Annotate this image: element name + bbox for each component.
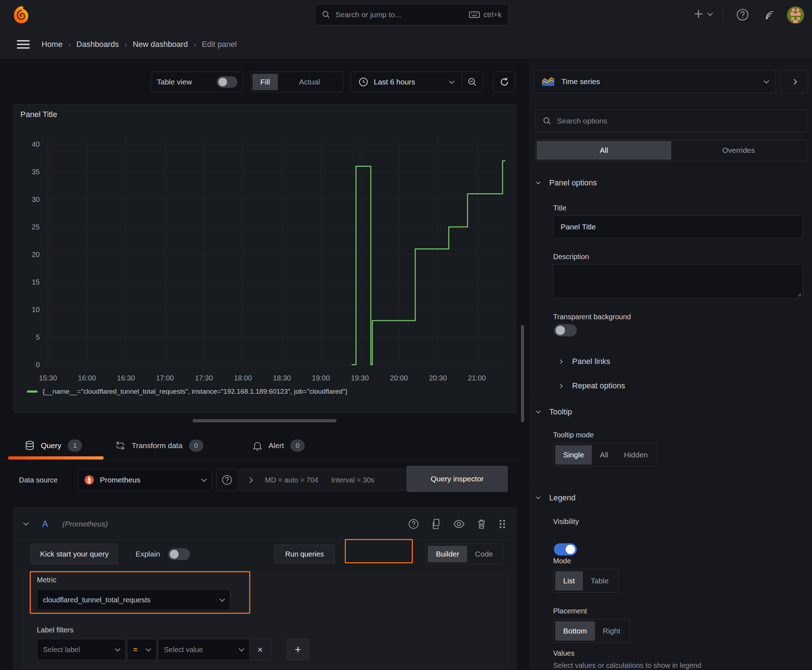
refresh-icon <box>500 77 509 87</box>
zoom-out-button[interactable] <box>462 72 483 92</box>
tab-overrides[interactable]: Overrides <box>671 141 806 160</box>
duplicate-query-icon[interactable] <box>431 519 441 530</box>
options-search-input[interactable]: Search options <box>535 110 807 132</box>
collapse-query-icon[interactable] <box>23 520 29 526</box>
breadcrumb-home[interactable]: Home <box>42 40 63 49</box>
title-input[interactable]: Panel Title <box>553 215 803 239</box>
svg-text:15:30: 15:30 <box>39 374 57 382</box>
query-help-icon[interactable] <box>408 519 419 530</box>
menu-icon[interactable] <box>17 39 30 50</box>
svg-text:25: 25 <box>32 223 40 231</box>
kick-start-button[interactable]: Kick start your query <box>31 544 118 564</box>
datasource-help-button[interactable] <box>216 469 238 491</box>
builder-option[interactable]: Builder <box>428 546 467 562</box>
tooltip-hidden-option[interactable]: Hidden <box>616 445 656 465</box>
search-placeholder: Search or jump to... <box>336 10 401 19</box>
legend-list-option[interactable]: List <box>555 571 583 590</box>
transparent-bg-toggle[interactable] <box>554 324 577 337</box>
delete-query-icon[interactable] <box>477 519 486 530</box>
table-view-toggle[interactable] <box>217 76 237 88</box>
news-rss-button[interactable] <box>763 8 776 22</box>
scrollbar-thumb[interactable] <box>521 325 524 422</box>
avatar[interactable] <box>787 7 804 24</box>
legend-header[interactable]: Legend <box>537 493 575 503</box>
placement-bottom-option[interactable]: Bottom <box>555 621 595 641</box>
tab-transform-data[interactable]: Transform data 0 <box>115 431 203 460</box>
tab-query[interactable]: Query 1 <box>25 431 82 460</box>
breadcrumb-new-dashboard[interactable]: New dashboard <box>133 40 188 49</box>
add-filter-button[interactable]: + <box>287 639 309 660</box>
time-range-control: Last 6 hours <box>351 71 483 92</box>
legend-visibility-toggle[interactable] <box>554 543 577 555</box>
remove-filter-button[interactable]: × <box>249 639 271 660</box>
select-value-dropdown[interactable]: Select value <box>158 639 249 660</box>
help-icon <box>222 475 232 485</box>
breadcrumb-edit-panel: Edit panel <box>202 40 237 49</box>
search-icon <box>543 117 551 125</box>
code-option[interactable]: Code <box>467 546 501 562</box>
tooltip-header[interactable]: Tooltip <box>537 407 572 416</box>
operator-dropdown[interactable]: = <box>127 639 156 660</box>
query-toolbar: Kick start your query Explain Run querie… <box>31 544 503 564</box>
tab-transform-label: Transform data <box>132 441 183 450</box>
tab-alert[interactable]: Alert 0 <box>253 431 305 460</box>
editor-tabs: Query 1 Transform data 0 Alert 0 <box>0 431 524 460</box>
breadcrumb-dashboards[interactable]: Dashboards <box>76 40 119 49</box>
placement-right-option[interactable]: Right <box>595 621 628 641</box>
tab-all[interactable]: All <box>537 141 671 160</box>
new-button[interactable] <box>693 8 712 19</box>
tooltip-single-option[interactable]: Single <box>555 445 592 465</box>
description-textarea[interactable] <box>553 264 803 298</box>
hide-query-icon[interactable] <box>453 519 465 529</box>
tab-query-label: Query <box>41 441 61 450</box>
svg-text:19:30: 19:30 <box>351 374 369 382</box>
fill-actual-switch: Fill Actual <box>250 71 343 92</box>
svg-text:16:30: 16:30 <box>117 374 135 382</box>
query-options-strip[interactable]: MD = auto = 704 Interval = 30s <box>239 469 435 491</box>
chevron-down-icon <box>115 646 120 651</box>
toggle-viz-pane-button[interactable] <box>780 70 808 93</box>
viz-panel: Panel Title 051015202530354015:3016:0016… <box>14 104 517 413</box>
datasource-picker[interactable]: Prometheus <box>78 469 212 491</box>
label-filter-row: Select label = Select value × + <box>37 639 309 660</box>
time-series-chart[interactable]: 051015202530354015:3016:0016:3017:0017:3… <box>14 126 517 392</box>
drag-handle-icon[interactable] <box>498 519 506 530</box>
panel-options-header[interactable]: Panel options <box>537 178 597 188</box>
help-button[interactable] <box>736 8 749 21</box>
panel-resize-handle[interactable] <box>193 419 337 422</box>
time-range-picker[interactable]: Last 6 hours <box>351 72 461 92</box>
select-label-dropdown[interactable]: Select label <box>37 639 125 660</box>
visualization-picker[interactable]: Time series <box>534 70 776 93</box>
chevron-down-icon <box>536 180 541 184</box>
actual-option[interactable]: Actual <box>278 74 341 90</box>
chevron-down-icon <box>707 10 713 16</box>
grafana-logo[interactable] <box>12 5 30 24</box>
fill-option[interactable]: Fill <box>253 74 278 90</box>
panel-links-section[interactable]: Panel links <box>559 354 610 369</box>
tooltip-all-option[interactable]: All <box>592 445 616 465</box>
panel-title[interactable]: Panel Title <box>20 110 57 119</box>
breadcrumb: Home › Dashboards › New dashboard › Edit… <box>42 30 237 59</box>
legend-table-option[interactable]: Table <box>583 571 617 590</box>
chart-legend: {__name__="cloudflared_tunnel_total_requ… <box>27 387 347 396</box>
chevron-right-icon <box>558 384 563 388</box>
run-queries-button[interactable]: Run queries <box>274 545 335 563</box>
legend-placement-switch: Bottom Right <box>553 619 631 643</box>
repeat-options-section[interactable]: Repeat options <box>559 378 625 394</box>
query-inspector-button[interactable]: Query inspector <box>407 466 508 492</box>
query-ref-id[interactable]: A <box>42 519 48 529</box>
global-search-input[interactable]: Search or jump to... ctrl+k <box>315 4 509 25</box>
active-tab-underline <box>8 456 103 460</box>
prometheus-icon <box>84 475 94 485</box>
time-series-viz-icon <box>541 76 555 86</box>
svg-text:20: 20 <box>32 250 40 259</box>
resize-grip-icon <box>796 292 801 297</box>
legend-series-name[interactable]: {__name__="cloudflared_tunnel_total_requ… <box>42 387 347 396</box>
legend-visibility-label: Visibility <box>553 518 579 526</box>
metric-label: Metric <box>37 576 56 584</box>
explain-toggle[interactable] <box>168 548 190 560</box>
metric-select[interactable]: cloudflared_tunnel_total_requests <box>37 589 230 610</box>
refresh-button[interactable] <box>493 71 515 92</box>
max-datapoints-stat: MD = auto = 704 <box>265 476 318 484</box>
query-editor-card: A (Prometheus) Kick start your query Exp… <box>14 508 517 670</box>
